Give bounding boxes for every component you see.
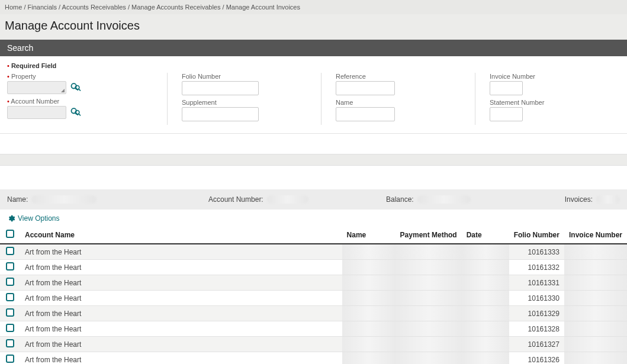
- separator-band: [0, 154, 627, 166]
- table-row[interactable]: Art from the Heart10161331: [0, 275, 627, 291]
- svg-line-3: [79, 89, 81, 91]
- name-label: Name: [336, 99, 451, 106]
- reference-label: Reference: [336, 73, 451, 80]
- summary-bar: Name: Account Number: Balance: Invoices:: [0, 189, 627, 210]
- cell-date: [462, 244, 509, 260]
- search-panel-header: Search: [0, 40, 627, 56]
- summary-balance-label: Balance:: [386, 195, 414, 204]
- required-field-label: Required Field: [11, 62, 56, 69]
- cell-payment-method: [396, 306, 462, 321]
- cell-account-name: Art from the Heart: [20, 291, 198, 306]
- cell-date: [462, 337, 509, 352]
- svg-line-7: [79, 114, 81, 115]
- row-checkbox[interactable]: [6, 293, 14, 301]
- invoice-number-input[interactable]: [490, 81, 523, 95]
- cell-date: [462, 352, 509, 365]
- cell-invoice-number: [564, 291, 627, 306]
- cell-invoice-number: [564, 337, 627, 352]
- row-checkbox[interactable]: [6, 308, 14, 317]
- table-row[interactable]: Art from the Heart10161330: [0, 291, 627, 306]
- breadcrumb-home[interactable]: Home: [5, 4, 22, 11]
- cell-payment-method: [396, 275, 462, 291]
- cell-payment-method: [396, 291, 462, 306]
- table-row[interactable]: Art from the Heart10161326: [0, 352, 627, 365]
- cell-folio-number: 10161330: [509, 291, 564, 306]
- row-checkbox[interactable]: [6, 262, 14, 270]
- col-account-name[interactable]: Account Name: [20, 226, 198, 244]
- cell-date: [462, 291, 509, 306]
- cell-folio-number: 10161326: [509, 352, 564, 365]
- cell-name: [342, 337, 396, 352]
- col-name[interactable]: Name: [342, 226, 396, 244]
- summary-name-label: Name:: [7, 195, 28, 204]
- summary-invoices-label: Invoices:: [565, 195, 593, 204]
- cell-date: [462, 321, 509, 337]
- breadcrumb-financials[interactable]: Financials: [28, 4, 57, 11]
- folio-number-input[interactable]: [182, 81, 259, 95]
- supplement-input[interactable]: [182, 107, 259, 121]
- cell-folio-number: 10161329: [509, 306, 564, 321]
- cell-folio-number: 10161327: [509, 337, 564, 352]
- cell-folio-number: 10161328: [509, 321, 564, 337]
- breadcrumb-current: Manage Account Invoices: [226, 4, 300, 11]
- cell-date: [462, 275, 509, 291]
- breadcrumb-manage-ar[interactable]: Manage Accounts Receivables: [131, 4, 220, 11]
- supplement-label: Supplement: [182, 99, 297, 106]
- name-input[interactable]: [336, 107, 395, 121]
- cell-payment-method: [396, 260, 462, 275]
- page-title-bar: Manage Account Invoices: [0, 14, 627, 40]
- view-options-label: View Options: [18, 214, 59, 223]
- row-checkbox[interactable]: [6, 355, 14, 363]
- col-payment-method[interactable]: Payment Method: [396, 226, 462, 244]
- cell-payment-method: [396, 321, 462, 337]
- cell-name: [342, 306, 396, 321]
- reference-input[interactable]: [336, 81, 395, 95]
- cell-invoice-number: [564, 244, 627, 260]
- cell-name: [342, 291, 396, 306]
- select-all-checkbox[interactable]: [6, 230, 14, 238]
- invoices-table: Account Name Name Payment Method Date Fo…: [0, 226, 627, 364]
- row-checkbox[interactable]: [6, 278, 14, 286]
- account-number-input[interactable]: [7, 106, 66, 119]
- required-asterisk: •: [7, 62, 9, 69]
- property-input[interactable]: [7, 81, 66, 94]
- cell-name: [342, 321, 396, 337]
- summary-name-value: [31, 195, 97, 204]
- row-checkbox[interactable]: [6, 247, 14, 255]
- cell-payment-method: [396, 244, 462, 260]
- breadcrumb: Home / Financials / Accounts Receivables…: [0, 0, 627, 14]
- cell-payment-method: [396, 352, 462, 365]
- col-date[interactable]: Date: [462, 226, 509, 244]
- cell-invoice-number: [564, 321, 627, 337]
- property-search-icon[interactable]: [70, 82, 82, 94]
- cell-date: [462, 260, 509, 275]
- cell-account-name: Art from the Heart: [20, 260, 198, 275]
- cell-account-name: Art from the Heart: [20, 337, 198, 352]
- col-invoice-number[interactable]: Invoice Number: [564, 226, 627, 244]
- cell-invoice-number: [564, 352, 627, 365]
- cell-account-name: Art from the Heart: [20, 244, 198, 260]
- table-row[interactable]: Art from the Heart10161328: [0, 321, 627, 337]
- table-row[interactable]: Art from the Heart10161333: [0, 244, 627, 260]
- summary-balance-value: [417, 195, 471, 204]
- cell-account-name: Art from the Heart: [20, 275, 198, 291]
- property-label: • Property: [7, 73, 143, 80]
- table-row[interactable]: Art from the Heart10161332: [0, 260, 627, 275]
- cell-invoice-number: [564, 306, 627, 321]
- cell-name: [342, 260, 396, 275]
- row-checkbox[interactable]: [6, 339, 14, 347]
- invoice-number-label: Invoice Number: [490, 73, 581, 80]
- cell-name: [342, 352, 396, 365]
- statement-number-input[interactable]: [490, 107, 523, 121]
- view-options-link[interactable]: View Options: [0, 210, 627, 226]
- account-number-search-icon[interactable]: [70, 107, 82, 119]
- table-row[interactable]: Art from the Heart10161329: [0, 306, 627, 321]
- required-field-note: • Required Field: [7, 62, 620, 69]
- row-checkbox[interactable]: [6, 324, 14, 332]
- table-row[interactable]: Art from the Heart10161327: [0, 337, 627, 352]
- col-folio-number[interactable]: Folio Number: [509, 226, 564, 244]
- breadcrumb-ar[interactable]: Accounts Receivables: [62, 4, 126, 11]
- cell-folio-number: 10161332: [509, 260, 564, 275]
- gear-icon: [7, 214, 15, 223]
- summary-invoices-value: [596, 195, 620, 204]
